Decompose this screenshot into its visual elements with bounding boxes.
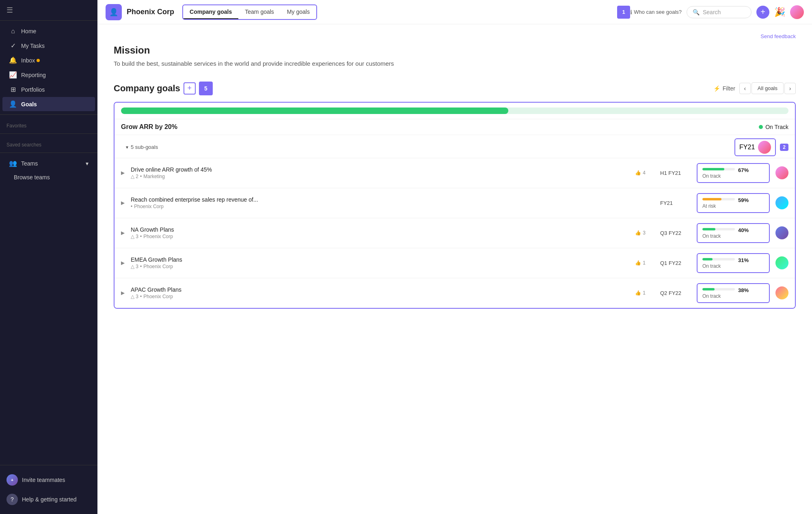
subgoal-name[interactable]: APAC Growth Plans bbox=[131, 286, 628, 293]
sidebar-item-inbox[interactable]: 🔔 Inbox bbox=[2, 53, 95, 67]
expand-icon[interactable]: ▶ bbox=[121, 260, 129, 266]
dot-separator: • bbox=[140, 234, 142, 239]
user-avatar[interactable] bbox=[790, 5, 804, 19]
main-content: 👤 Phoenix Corp Company goals Team goals … bbox=[97, 0, 812, 514]
goal-main-row: Grow ARR by 20% On Track bbox=[114, 119, 795, 135]
subgoal-avatar bbox=[775, 226, 788, 239]
divider-1 bbox=[0, 114, 97, 115]
sidebar-item-reporting-label: Reporting bbox=[21, 72, 46, 78]
help-item[interactable]: ? Help & getting started bbox=[0, 490, 97, 509]
tab-team-goals[interactable]: Team goals bbox=[238, 5, 281, 19]
sidebar-toggle-icon[interactable]: ☰ bbox=[6, 6, 13, 15]
status-label: On Track bbox=[765, 124, 788, 130]
subgoal-name[interactable]: EMEA Growth Plans bbox=[131, 256, 628, 263]
status-dot bbox=[759, 125, 763, 129]
feedback-link-container: Send feedback bbox=[114, 32, 796, 40]
sidebar-item-portfolios-label: Portfolios bbox=[21, 86, 45, 93]
subgoal-meta: △ 3 •Phoenix Corp bbox=[131, 264, 628, 269]
subgoal-name[interactable]: Reach combined enterprise sales rep reve… bbox=[131, 196, 636, 203]
chevron-down-icon: ▾ bbox=[126, 144, 128, 150]
subgoal-tag: Phoenix Corp bbox=[143, 234, 173, 239]
like-icon: 👍 bbox=[635, 260, 641, 266]
expand-icon[interactable]: ▶ bbox=[121, 290, 129, 296]
subgoal-tag: Phoenix Corp bbox=[143, 264, 173, 269]
warning-count: △ 3 bbox=[131, 294, 138, 299]
help-label: Help & getting started bbox=[22, 496, 77, 503]
sidebar-nav: ⌂ Home ✓ My Tasks 🔔 Inbox 📈 Reporting ⊞ … bbox=[0, 21, 97, 465]
tab-my-goals[interactable]: My goals bbox=[281, 5, 316, 19]
expand-icon[interactable]: ▶ bbox=[121, 200, 129, 206]
next-arrow-button[interactable]: › bbox=[784, 83, 796, 94]
mini-progress-bar-inner bbox=[702, 198, 721, 200]
tab-company-goals[interactable]: Company goals bbox=[183, 5, 238, 19]
check-icon: ✓ bbox=[9, 42, 17, 49]
subgoals-toggle-button[interactable]: ▾ 5 sub-goals bbox=[126, 144, 158, 150]
subgoals-count-label: 5 sub-goals bbox=[131, 144, 158, 150]
filter-button[interactable]: ⚡ Filter bbox=[713, 85, 735, 92]
mission-section: Mission To build the best, sustainable s… bbox=[114, 45, 796, 69]
subgoal-name[interactable]: NA Growth Plans bbox=[131, 226, 628, 233]
grid-icon: ⊞ bbox=[9, 86, 17, 93]
progress-bar-inner bbox=[121, 108, 508, 114]
expand-icon[interactable]: ▶ bbox=[121, 170, 129, 176]
chevron-down-icon: ▾ bbox=[86, 160, 89, 167]
subgoal-info: NA Growth Plans △ 3 •Phoenix Corp bbox=[131, 226, 628, 239]
company-name: Phoenix Corp bbox=[127, 8, 174, 16]
sidebar-item-portfolios[interactable]: ⊞ Portfolios bbox=[2, 82, 95, 97]
progress-percent: 38% bbox=[738, 287, 749, 293]
goals-header: Company goals + 5 ⚡ Filter ‹ All goals › bbox=[114, 82, 796, 95]
warning-count: △ 2 bbox=[131, 174, 138, 179]
goals-tabs: Company goals Team goals My goals bbox=[182, 4, 317, 20]
invite-teammates-item[interactable]: + Invite teammates bbox=[0, 470, 97, 490]
main-goal-title[interactable]: Grow ARR by 20% bbox=[121, 123, 759, 131]
search-placeholder: Search bbox=[703, 9, 721, 15]
progress-status: On track bbox=[702, 263, 764, 269]
period-number-badge: 2 bbox=[780, 144, 788, 151]
like-icon: 👍 bbox=[635, 170, 641, 176]
expand-icon[interactable]: ▶ bbox=[121, 230, 129, 236]
sidebar-item-teams-label: Teams bbox=[21, 160, 38, 167]
search-box[interactable]: 🔍 Search bbox=[687, 6, 752, 18]
progress-percent: 31% bbox=[738, 257, 749, 263]
subgoal-likes: 👍 3 bbox=[635, 230, 646, 236]
filter-label: Filter bbox=[723, 85, 735, 92]
add-button[interactable]: + bbox=[756, 6, 769, 19]
sidebar-item-browse-teams[interactable]: Browse teams bbox=[2, 171, 95, 184]
invite-avatar: + bbox=[6, 474, 18, 486]
mini-progress-bar-outer bbox=[702, 198, 735, 200]
warning-count: △ 3 bbox=[131, 264, 138, 269]
search-icon: 🔍 bbox=[693, 9, 700, 15]
company-avatar[interactable]: 👤 bbox=[106, 4, 122, 20]
sidebar-item-my-tasks[interactable]: ✓ My Tasks bbox=[2, 39, 95, 53]
sidebar-item-reporting[interactable]: 📈 Reporting bbox=[2, 68, 95, 82]
dot-separator: • bbox=[140, 174, 142, 179]
main-goal-card: Grow ARR by 20% On Track ▾ 5 sub-goals F… bbox=[114, 102, 796, 309]
subgoal-name[interactable]: Drive online ARR growth of 45% bbox=[131, 166, 628, 173]
goals-count-badge: 5 bbox=[199, 82, 213, 95]
divider-3 bbox=[0, 153, 97, 153]
sidebar-item-home[interactable]: ⌂ Home bbox=[2, 24, 95, 38]
mini-progress-bar-inner bbox=[702, 258, 713, 260]
page-content: Send feedback Mission To build the best,… bbox=[97, 24, 812, 514]
sidebar-item-goals[interactable]: 👤 Goals bbox=[2, 97, 95, 111]
subgoal-row: ▶ APAC Growth Plans △ 3 •Phoenix Corp 👍 … bbox=[114, 278, 795, 308]
tab-counter-badge: 1 bbox=[617, 6, 630, 19]
add-goal-button[interactable]: + bbox=[184, 82, 196, 95]
progress-status: On track bbox=[702, 233, 764, 239]
sidebar-item-teams[interactable]: 👥 Teams ▾ bbox=[2, 156, 95, 170]
prev-arrow-button[interactable]: ‹ bbox=[739, 83, 751, 94]
mini-progress-bar-outer bbox=[702, 288, 735, 290]
who-can-see-button[interactable]: ℹ Who can see goals? bbox=[630, 9, 682, 15]
all-goals-button[interactable]: All goals bbox=[752, 82, 784, 94]
subgoals-toggle-row: ▾ 5 sub-goals FY21 2 bbox=[114, 135, 795, 158]
teams-icon: 👥 bbox=[9, 159, 17, 167]
help-avatar: ? bbox=[6, 494, 18, 505]
notification-icon[interactable]: 🎉 bbox=[774, 7, 785, 17]
mini-progress-bar-outer bbox=[702, 168, 735, 170]
inbox-badge bbox=[37, 59, 40, 62]
subgoal-row: ▶ Drive online ARR growth of 45% △ 2 •Ma… bbox=[114, 158, 795, 188]
progress-bar-outer bbox=[121, 108, 788, 114]
mini-progress-bar-outer bbox=[702, 228, 735, 230]
period-label: FY21 bbox=[739, 144, 755, 151]
send-feedback-link[interactable]: Send feedback bbox=[760, 33, 796, 39]
